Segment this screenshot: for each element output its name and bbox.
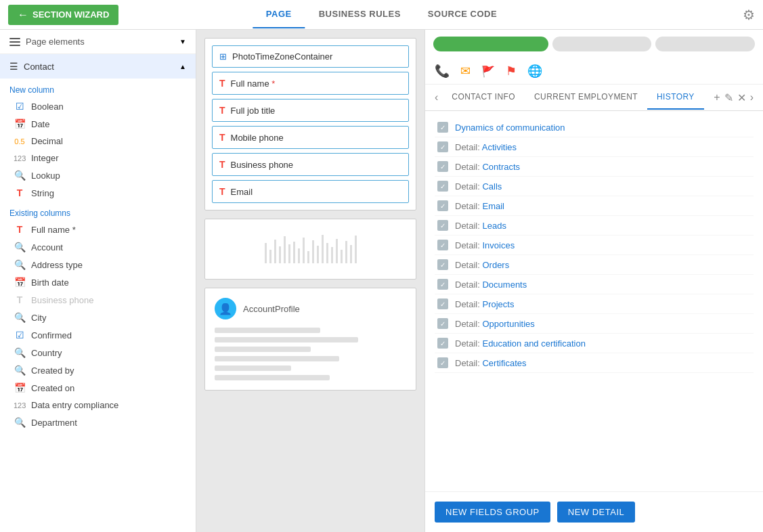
fullname-type-icon: T [14, 224, 26, 235]
confirmed-type-icon: ☑ [14, 330, 26, 340]
documents-checkbox[interactable]: ✓ [437, 279, 448, 290]
tab-page[interactable]: PAGE [253, 1, 305, 28]
orders-label: Detail: Orders [455, 260, 509, 270]
chevron-up-icon: ▲ [179, 63, 186, 70]
addresstype-type-icon: 🔍 [14, 259, 26, 270]
add-tab-button[interactable]: + [714, 91, 720, 104]
canvas-field-mobilephone[interactable]: T Mobile phone [212, 126, 409, 149]
sidebar-item-string[interactable]: T String [0, 184, 196, 202]
close-tab-button[interactable]: ✕ [737, 91, 746, 104]
panel-tab-actions: + ✎ ✕ [714, 91, 745, 104]
panel-tab-prev-btn[interactable]: ‹ [431, 85, 442, 110]
history-item-documents[interactable]: ✓ Detail: Documents [435, 275, 754, 294]
tab-business-rules[interactable]: BUSINESS RULES [305, 1, 414, 28]
sidebar-item-lookup[interactable]: 🔍 Lookup [0, 167, 196, 184]
panel-tab-next-btn[interactable]: › [746, 85, 758, 110]
email-det-label: Detail: Email [455, 201, 504, 211]
sidebar-item-addresstype[interactable]: 🔍 Address type [0, 256, 196, 273]
calls-checkbox[interactable]: ✓ [437, 181, 448, 192]
projects-checkbox[interactable]: ✓ [437, 298, 448, 309]
sidebar-item-businessphone[interactable]: T Business phone [0, 291, 196, 309]
sidebar-item-birthdate[interactable]: 📅 Birth date [0, 273, 196, 291]
email-checkbox[interactable]: ✓ [437, 200, 448, 211]
phone-icon[interactable]: 📞 [435, 64, 450, 79]
history-item-orders[interactable]: ✓ Detail: Orders [435, 255, 754, 275]
section-wizard-button[interactable]: ← SECTION WIZARD [8, 5, 118, 25]
canvas-field-email[interactable]: T Email [212, 180, 409, 203]
sidebar-item-integer[interactable]: 123 Integer [0, 150, 196, 167]
sidebar-item-createdby[interactable]: 🔍 Created by [0, 361, 196, 379]
projects-label: Detail: Projects [455, 299, 514, 309]
integer-icon: 123 [14, 154, 26, 162]
sidebar-item-confirmed[interactable]: ☑ Confirmed [0, 326, 196, 344]
dynamics-label: Dynamics of communication [455, 123, 565, 133]
progress-step-3 [655, 37, 755, 51]
businessphone-label: Business phone [31, 295, 94, 305]
settings-icon[interactable]: ⚙ [743, 7, 755, 22]
sidebar: Page elements ▼ ☰ Contact ▲ New column ☑… [0, 30, 196, 532]
new-detail-button[interactable]: NEW DETAIL [557, 502, 636, 523]
contact-section-header[interactable]: ☰ Contact ▲ [0, 54, 196, 79]
orders-checkbox[interactable]: ✓ [437, 259, 448, 270]
tab-current-employment[interactable]: CURRENT EMPLOYMENT [525, 85, 647, 110]
history-item-calls[interactable]: ✓ Detail: Calls [435, 177, 754, 196]
email-icon[interactable]: ✉ [460, 64, 471, 79]
sidebar-item-fullname[interactable]: T Full name * [0, 221, 196, 238]
sidebar-item-boolean[interactable]: ☑ Boolean [0, 97, 196, 115]
education-checkbox[interactable]: ✓ [437, 338, 448, 349]
chat-bubble-icon[interactable]: 🚩 [481, 65, 495, 78]
sidebar-item-dataentry[interactable]: 123 Data entry compliance [0, 397, 196, 414]
history-item-education[interactable]: ✓ Detail: Education and certification [435, 334, 754, 353]
new-fields-group-button[interactable]: NEW FIELDS GROUP [435, 502, 550, 523]
certificates-checkbox[interactable]: ✓ [437, 357, 448, 368]
progress-bar [425, 30, 763, 58]
panel-tabs: ‹ CONTACT INFO CURRENT EMPLOYMENT HISTOR… [425, 85, 763, 111]
history-item-activities[interactable]: ✓ Detail: Activities [435, 137, 754, 157]
canvas-section-3: 👤 AccountProfile [204, 288, 416, 391]
mobilephone-field-label: Mobile phone [231, 133, 284, 143]
account-profile-avatar: 👤 [215, 298, 236, 319]
history-item-invoices[interactable]: ✓ Detail: Invoices [435, 236, 754, 255]
fulljob-field-label: Full job title [231, 106, 276, 116]
canvas-field-fulljob[interactable]: T Full job title [212, 99, 409, 122]
invoices-checkbox[interactable]: ✓ [437, 240, 448, 250]
sidebar-item-city[interactable]: 🔍 City [0, 309, 196, 326]
canvas-field-phototimezone[interactable]: ⊞ PhotoTimeZoneContainer [212, 45, 409, 68]
tab-history[interactable]: HISTORY [647, 85, 704, 110]
contracts-checkbox[interactable]: ✓ [437, 161, 448, 172]
sidebar-item-department[interactable]: 🔍 Department [0, 414, 196, 431]
history-item-contracts[interactable]: ✓ Detail: Contracts [435, 157, 754, 177]
history-item-dynamics[interactable]: ✓ Dynamics of communication [435, 118, 754, 137]
tab-contact-info[interactable]: CONTACT INFO [442, 85, 525, 110]
web-icon[interactable]: 🌐 [527, 64, 542, 79]
calls-label: Detail: Calls [455, 181, 502, 192]
canvas-field-businessphone[interactable]: T Business phone [212, 153, 409, 176]
sidebar-item-decimal[interactable]: 0.5 Decimal [0, 133, 196, 150]
history-item-leads[interactable]: ✓ Detail: Leads [435, 216, 754, 236]
sidebar-item-country[interactable]: 🔍 Country [0, 344, 196, 361]
history-item-email[interactable]: ✓ Detail: Email [435, 196, 754, 216]
birthdate-label: Birth date [31, 278, 69, 288]
sidebar-item-date[interactable]: 📅 Date [0, 115, 196, 133]
businessphone-field-label: Business phone [231, 160, 294, 170]
opportunities-checkbox[interactable]: ✓ [437, 318, 448, 329]
tab-source-code[interactable]: SOURCE CODE [414, 1, 510, 28]
edit-tab-button[interactable]: ✎ [724, 91, 733, 104]
flag-icon[interactable]: ⚑ [506, 64, 517, 79]
leads-checkbox[interactable]: ✓ [437, 220, 448, 231]
page-elements-header[interactable]: Page elements ▼ [0, 30, 196, 54]
history-item-certificates[interactable]: ✓ Detail: Certificates [435, 353, 754, 373]
dynamics-checkbox[interactable]: ✓ [437, 122, 448, 133]
sidebar-item-createdon[interactable]: 📅 Created on [0, 379, 196, 397]
canvas-field-fullname[interactable]: T Full name * [212, 72, 409, 95]
invoices-label: Detail: Invoices [455, 240, 515, 250]
sidebar-item-account[interactable]: 🔍 Account [0, 238, 196, 256]
lookup-label: Lookup [31, 171, 60, 181]
integer-label: Integer [31, 153, 58, 163]
activities-checkbox[interactable]: ✓ [437, 141, 448, 152]
history-item-projects[interactable]: ✓ Detail: Projects [435, 294, 754, 314]
fullname-field-label: Full name * [231, 79, 276, 89]
string-icon: T [14, 187, 26, 198]
history-item-opportunities[interactable]: ✓ Detail: Opportunities [435, 314, 754, 334]
new-column-label: New column [0, 79, 196, 97]
